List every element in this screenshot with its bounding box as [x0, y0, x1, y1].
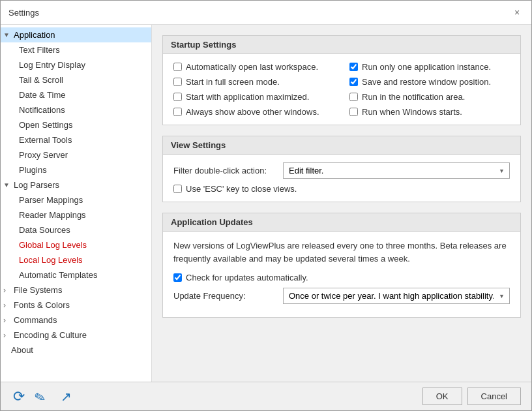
- checkbox-auto-open: Automatically open last workspace.: [173, 62, 334, 72]
- sidebar-label-log-entry-display: Log Entry Display: [19, 60, 85, 70]
- startup-checkboxes-left: Automatically open last workspace. Start…: [173, 62, 334, 117]
- sidebar-label-fonts-colors: Fonts & Colors: [14, 300, 70, 310]
- arrow-icon[interactable]: ↗: [58, 389, 74, 404]
- sidebar-item-automatic-templates[interactable]: Automatic Templates: [1, 267, 151, 282]
- ok-button[interactable]: OK: [422, 388, 462, 405]
- updates-description: New versions of LogViewPlus are released…: [173, 239, 510, 265]
- update-frequency-label: Update Frequency:: [173, 291, 278, 301]
- checkbox-full-screen-input[interactable]: [173, 78, 182, 86]
- checkbox-full-screen-label: Start in full screen mode.: [186, 77, 280, 87]
- checkbox-one-instance: Run only one application instance.: [349, 62, 510, 72]
- sidebar-label-global-log-levels: Global Log Levels: [19, 240, 87, 250]
- sidebar-item-reader-mappings[interactable]: Reader Mappings: [1, 207, 151, 222]
- sidebar-item-application[interactable]: ▼ Application: [1, 27, 151, 42]
- sidebar-item-proxy-server[interactable]: Proxy Server: [1, 147, 151, 162]
- checkbox-esc-close-input[interactable]: [173, 185, 182, 193]
- sidebar-item-notifications[interactable]: Notifications: [1, 102, 151, 117]
- sidebar-item-about[interactable]: About: [1, 342, 151, 358]
- filter-action-dropdown[interactable]: Edit filter. View filter details. Toggle…: [283, 162, 510, 179]
- arrow-icon-file-systems: ›: [3, 286, 12, 295]
- sidebar-label-about: About: [11, 345, 33, 355]
- sidebar-label-data-sources: Data Sources: [19, 225, 70, 235]
- sidebar-item-external-tools[interactable]: External Tools: [1, 132, 151, 147]
- sidebar-item-global-log-levels[interactable]: Global Log Levels: [1, 237, 151, 252]
- footer-icons: ⟳ ✎ ↗: [11, 389, 74, 404]
- refresh-icon[interactable]: ⟳: [11, 389, 27, 404]
- checkbox-start-maximized-input[interactable]: [173, 93, 182, 101]
- checkbox-auto-open-input[interactable]: [173, 63, 182, 71]
- checkbox-full-screen: Start in full screen mode.: [173, 77, 334, 87]
- check-auto-update-row: Check for updates automatically.: [173, 273, 510, 282]
- filter-action-dropdown-wrapper: Edit filter. View filter details. Toggle…: [283, 162, 510, 179]
- checkbox-run-on-start-input[interactable]: [349, 108, 358, 116]
- checkbox-start-maximized-label: Start with application maximized.: [186, 92, 309, 102]
- filter-action-row: Filter double-click action: Edit filter.…: [173, 162, 510, 179]
- checkbox-always-on-top-label: Always show above other windows.: [186, 107, 319, 117]
- checkbox-run-on-start-label: Run when Windows starts.: [362, 107, 462, 117]
- sidebar-item-commands[interactable]: › Commands: [1, 312, 151, 327]
- sidebar-item-plugins[interactable]: Plugins: [1, 162, 151, 177]
- title-bar: Settings ×: [1, 1, 531, 25]
- sidebar-label-notifications: Notifications: [19, 105, 65, 115]
- arrow-icon-encoding-culture: ›: [3, 331, 12, 340]
- checkbox-check-auto-input[interactable]: [173, 273, 182, 282]
- filter-action-label: Filter double-click action:: [173, 166, 278, 175]
- sidebar-label-encoding-culture: Encoding & Culture: [14, 330, 87, 340]
- arrow-icon-log-parsers: ▼: [3, 181, 12, 189]
- view-settings-header: View Settings: [163, 136, 520, 155]
- update-frequency-row: Update Frequency: Once or twice per year…: [173, 288, 510, 304]
- checkbox-save-window-pos-label: Save and restore window position.: [362, 77, 491, 87]
- sidebar-label-automatic-templates: Automatic Templates: [19, 270, 97, 280]
- sidebar-label-file-systems: File Systems: [14, 285, 62, 295]
- updates-section: Application Updates New versions of LogV…: [162, 213, 521, 318]
- updates-body: New versions of LogViewPlus are released…: [163, 232, 520, 317]
- sidebar-label-tail-scroll: Tail & Scroll: [19, 75, 63, 85]
- footer: ⟳ ✎ ↗ OK Cancel: [1, 382, 531, 410]
- startup-checkboxes-grid: Automatically open last workspace. Start…: [173, 62, 510, 117]
- sidebar-item-fonts-colors[interactable]: › Fonts & Colors: [1, 297, 151, 312]
- sidebar-item-open-settings[interactable]: Open Settings: [1, 117, 151, 132]
- checkbox-check-auto-label: Check for updates automatically.: [186, 273, 308, 282]
- arrow-icon-application: ▼: [3, 31, 12, 38]
- checkbox-one-instance-input[interactable]: [349, 63, 358, 71]
- checkbox-save-window-pos: Save and restore window position.: [349, 77, 510, 87]
- sidebar-item-local-log-levels[interactable]: Local Log Levels: [1, 252, 151, 267]
- arrow-icon-commands: ›: [3, 316, 12, 325]
- sidebar-label-application: Application: [14, 30, 55, 40]
- sidebar-label-external-tools: External Tools: [19, 135, 72, 145]
- close-button[interactable]: ×: [510, 6, 524, 19]
- main-panel: Startup Settings Automatically open last…: [152, 25, 531, 382]
- esc-close-row: Use 'ESC' key to close views.: [173, 184, 510, 194]
- sidebar-item-data-sources[interactable]: Data Sources: [1, 222, 151, 237]
- checkbox-esc-close-label: Use 'ESC' key to close views.: [186, 184, 297, 194]
- sidebar-item-log-parsers[interactable]: ▼ Log Parsers: [1, 177, 151, 192]
- sidebar-item-file-systems[interactable]: › File Systems: [1, 282, 151, 297]
- checkbox-start-maximized: Start with application maximized.: [173, 92, 334, 102]
- edit-icon[interactable]: ✎: [33, 387, 52, 406]
- sidebar-item-tail-scroll[interactable]: Tail & Scroll: [1, 72, 151, 87]
- checkbox-one-instance-label: Run only one application instance.: [362, 62, 491, 72]
- view-settings-body: Filter double-click action: Edit filter.…: [163, 155, 520, 202]
- update-frequency-dropdown-wrapper: Once or twice per year. I want high appl…: [283, 288, 510, 304]
- update-frequency-dropdown[interactable]: Once or twice per year. I want high appl…: [283, 288, 510, 304]
- settings-window: Settings × ▼ Application Text Filters Lo…: [0, 0, 532, 411]
- sidebar-label-text-filters: Text Filters: [19, 45, 60, 55]
- sidebar-item-log-entry-display[interactable]: Log Entry Display: [1, 57, 151, 72]
- sidebar-label-parser-mappings: Parser Mappings: [19, 195, 83, 205]
- sidebar-item-parser-mappings[interactable]: Parser Mappings: [1, 192, 151, 207]
- sidebar-label-open-settings: Open Settings: [19, 120, 72, 130]
- main-content: ▼ Application Text Filters Log Entry Dis…: [1, 25, 531, 382]
- sidebar-item-encoding-culture[interactable]: › Encoding & Culture: [1, 327, 151, 342]
- updates-header: Application Updates: [163, 213, 520, 232]
- checkbox-notification-area-input[interactable]: [349, 93, 358, 101]
- sidebar-label-date-time: Date & Time: [19, 90, 66, 100]
- cancel-button[interactable]: Cancel: [467, 388, 521, 405]
- checkbox-save-window-pos-input[interactable]: [349, 78, 358, 86]
- sidebar-label-local-log-levels: Local Log Levels: [19, 255, 83, 265]
- sidebar-label-plugins: Plugins: [19, 165, 47, 175]
- sidebar-item-text-filters[interactable]: Text Filters: [1, 42, 151, 57]
- sidebar-item-date-time[interactable]: Date & Time: [1, 87, 151, 102]
- startup-settings-body: Automatically open last workspace. Start…: [163, 54, 520, 125]
- checkbox-always-on-top-input[interactable]: [173, 108, 182, 116]
- startup-settings-header: Startup Settings: [163, 36, 520, 54]
